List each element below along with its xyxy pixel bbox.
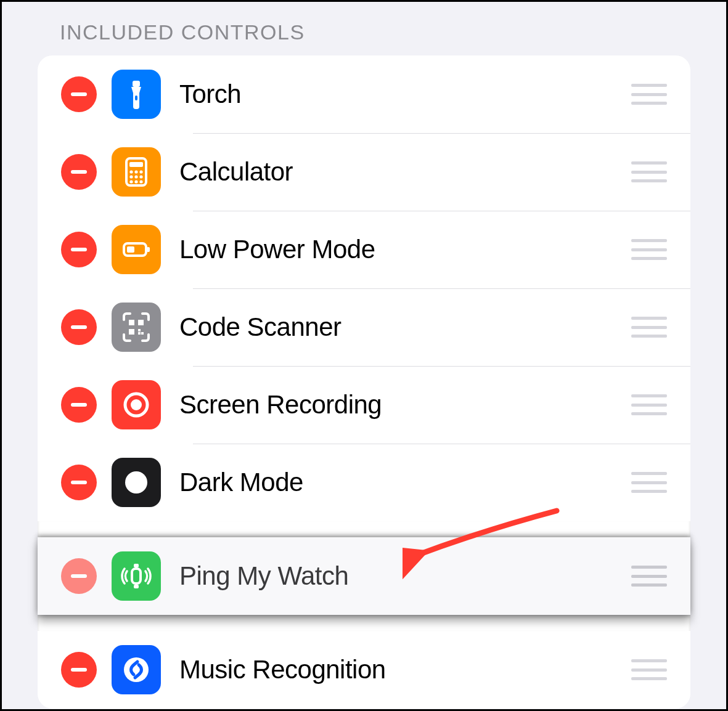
control-row-calculator[interactable]: Calculator xyxy=(38,133,690,211)
svg-rect-15 xyxy=(127,246,134,253)
control-row-code-scanner[interactable]: Code Scanner xyxy=(38,288,690,366)
qr-icon xyxy=(112,303,161,352)
control-label: Music Recognition xyxy=(179,655,619,685)
svg-rect-27 xyxy=(134,585,139,588)
svg-point-8 xyxy=(134,175,137,178)
svg-point-10 xyxy=(129,180,133,183)
drag-handle-icon[interactable] xyxy=(631,84,667,105)
shazam-icon xyxy=(112,645,161,694)
svg-rect-26 xyxy=(134,564,139,567)
svg-rect-19 xyxy=(138,329,141,331)
remove-button[interactable] xyxy=(61,232,97,267)
remove-button[interactable] xyxy=(61,387,97,423)
remove-button[interactable] xyxy=(61,76,97,112)
svg-rect-3 xyxy=(129,162,143,167)
svg-rect-18 xyxy=(129,329,134,335)
controls-list: Torch Calculator Low Power Mode xyxy=(38,55,690,709)
remove-button[interactable] xyxy=(61,558,97,594)
svg-rect-25 xyxy=(132,569,141,583)
remove-button[interactable] xyxy=(61,652,97,688)
settings-screen: INCLUDED CONTROLS Torch Calculator Low P… xyxy=(2,2,726,709)
control-row-torch[interactable]: Torch xyxy=(38,55,690,133)
svg-point-9 xyxy=(139,175,142,178)
svg-point-4 xyxy=(129,170,133,173)
control-row-low-power-mode[interactable]: Low Power Mode xyxy=(38,211,690,288)
svg-point-11 xyxy=(134,180,137,183)
darkmode-icon xyxy=(112,458,161,507)
drag-handle-icon[interactable] xyxy=(631,161,667,182)
drag-handle-icon[interactable] xyxy=(631,394,667,415)
control-label: Dark Mode xyxy=(179,468,619,497)
remove-button[interactable] xyxy=(61,309,97,345)
pingwatch-icon xyxy=(112,551,161,601)
svg-rect-20 xyxy=(141,332,144,335)
svg-rect-17 xyxy=(138,320,144,325)
svg-rect-14 xyxy=(147,247,150,252)
torch-icon xyxy=(112,70,161,119)
svg-point-6 xyxy=(139,170,142,173)
svg-rect-0 xyxy=(133,81,140,87)
control-label: Screen Recording xyxy=(179,390,619,420)
section-header-included-controls: INCLUDED CONTROLS xyxy=(2,14,726,55)
control-row-ping-my-watch[interactable]: Ping My Watch xyxy=(38,537,690,615)
control-row-music-recognition[interactable]: Music Recognition xyxy=(38,631,690,709)
svg-rect-1 xyxy=(135,95,137,100)
control-label: Calculator xyxy=(179,157,619,187)
control-row-screen-recording[interactable]: Screen Recording xyxy=(38,366,690,444)
control-label: Low Power Mode xyxy=(179,235,619,264)
drag-handle-icon[interactable] xyxy=(631,472,667,493)
svg-point-12 xyxy=(139,180,142,183)
svg-rect-16 xyxy=(129,320,134,325)
record-icon xyxy=(112,380,161,429)
drag-handle-icon[interactable] xyxy=(631,239,667,260)
control-row-dark-mode[interactable]: Dark Mode xyxy=(38,444,690,521)
remove-button[interactable] xyxy=(61,154,97,190)
svg-rect-21 xyxy=(138,332,141,335)
control-label: Ping My Watch xyxy=(179,561,619,591)
control-label: Torch xyxy=(179,79,619,109)
control-label: Code Scanner xyxy=(179,312,619,342)
svg-point-7 xyxy=(129,175,133,178)
remove-button[interactable] xyxy=(61,465,97,500)
drag-handle-icon[interactable] xyxy=(631,317,667,338)
drag-handle-icon[interactable] xyxy=(631,566,667,587)
battery-icon xyxy=(112,225,161,274)
drag-handle-icon[interactable] xyxy=(631,659,667,680)
calculator-icon xyxy=(112,147,161,197)
svg-point-23 xyxy=(131,399,142,410)
svg-point-24 xyxy=(125,471,147,494)
svg-point-5 xyxy=(134,170,137,173)
